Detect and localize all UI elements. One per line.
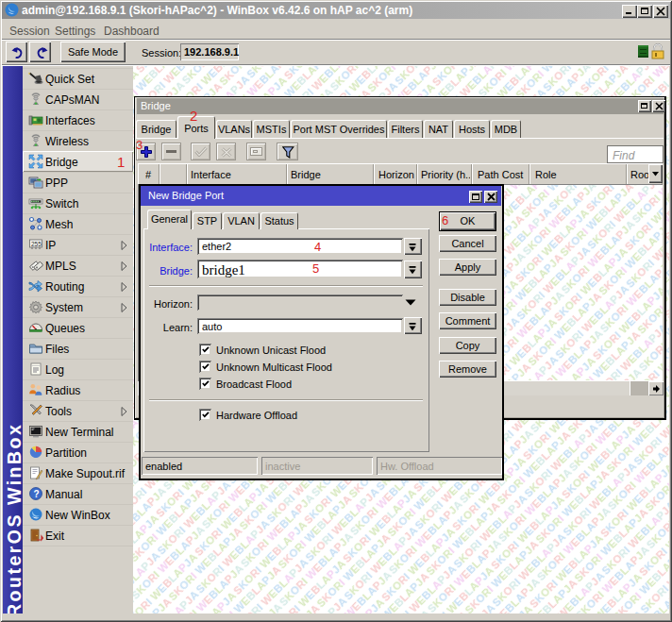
svg-text:?: ? xyxy=(34,489,40,499)
svg-text:255: 255 xyxy=(31,241,42,247)
